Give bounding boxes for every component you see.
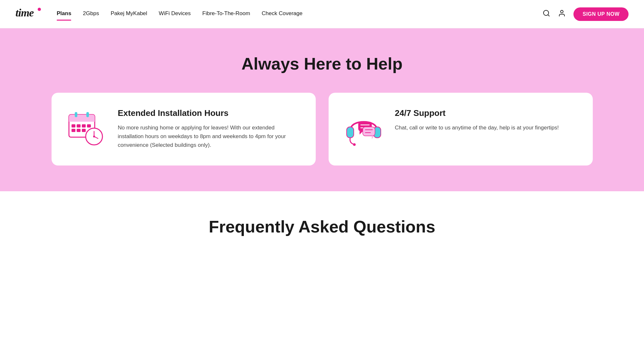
nav-item-fibre[interactable]: Fibre-To-The-Room: [202, 10, 250, 18]
support-card-content: 24/7 Support Chat, call or write to us a…: [395, 108, 559, 132]
svg-marker-25: [360, 131, 363, 135]
installation-card: Extended Installation Hours No more rush…: [52, 93, 316, 165]
svg-text:time: time: [15, 7, 34, 19]
svg-rect-9: [86, 112, 89, 117]
svg-rect-15: [77, 129, 81, 132]
installation-card-text: No more rushing home or applying for lea…: [118, 123, 302, 150]
cards-container: Extended Installation Hours No more rush…: [32, 93, 612, 165]
support-icon: [343, 108, 385, 150]
installation-icon: [66, 108, 108, 150]
hero-section: Always Here to Help: [0, 28, 644, 191]
svg-line-3: [548, 14, 549, 16]
svg-rect-10: [72, 124, 75, 128]
svg-rect-7: [69, 118, 95, 122]
signup-button[interactable]: SIGN UP NOW: [573, 7, 629, 21]
faq-section: Frequently Asked Questions: [0, 191, 644, 262]
logo-text: time: [15, 7, 41, 21]
nav-item-wifi[interactable]: WiFi Devices: [159, 10, 191, 18]
installation-card-content: Extended Installation Hours No more rush…: [118, 108, 302, 150]
svg-rect-21: [347, 127, 354, 138]
navbar: time Plans 2Gbps Pakej MyKabel WiFi Devi…: [0, 0, 644, 28]
nav-item-plans[interactable]: Plans: [57, 10, 71, 18]
support-card-text: Chat, call or write to us anytime of the…: [395, 123, 559, 132]
svg-point-23: [353, 143, 356, 146]
svg-rect-8: [75, 112, 77, 117]
faq-title: Frequently Asked Questions: [32, 217, 612, 236]
svg-rect-14: [72, 129, 75, 132]
svg-rect-12: [82, 124, 86, 128]
hero-title: Always Here to Help: [32, 54, 612, 73]
installation-card-title: Extended Installation Hours: [118, 108, 302, 118]
svg-point-4: [561, 10, 563, 13]
svg-rect-13: [87, 124, 91, 128]
nav-item-2gbps[interactable]: 2Gbps: [83, 10, 99, 18]
logo[interactable]: time: [15, 7, 41, 21]
svg-rect-11: [77, 124, 81, 128]
svg-point-1: [38, 8, 41, 11]
search-icon[interactable]: [543, 9, 550, 19]
support-card-title: 24/7 Support: [395, 108, 559, 118]
user-icon[interactable]: [558, 9, 566, 19]
nav-item-coverage[interactable]: Check Coverage: [262, 10, 303, 18]
svg-rect-16: [82, 129, 86, 132]
svg-rect-28: [363, 127, 375, 136]
nav-links: Plans 2Gbps Pakej MyKabel WiFi Devices F…: [57, 10, 543, 18]
nav-item-pakej[interactable]: Pakej MyKabel: [111, 10, 147, 18]
nav-right: SIGN UP NOW: [543, 7, 629, 21]
support-card: 24/7 Support Chat, call or write to us a…: [329, 93, 593, 165]
